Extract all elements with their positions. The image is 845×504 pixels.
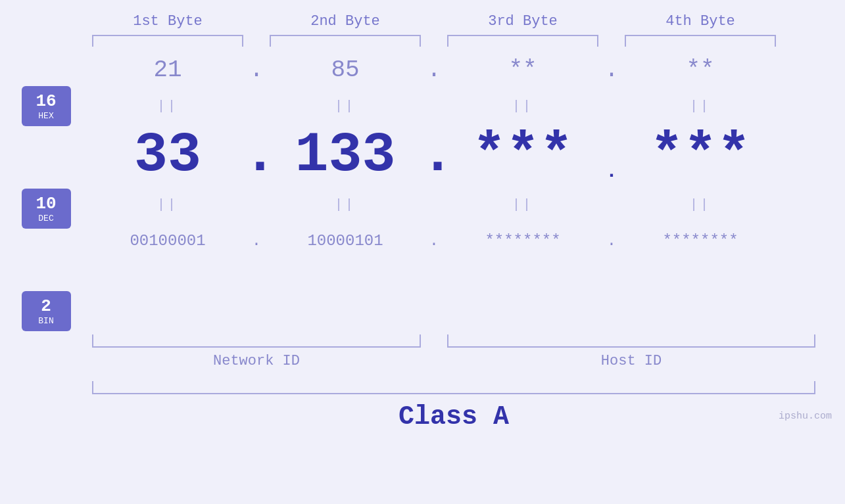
network-id-label: Network ID — [92, 353, 421, 369]
dec-val-2: 133 — [270, 124, 421, 187]
dec-row: 33 . 133 . *** . *** — [92, 119, 815, 191]
right-data: 21 . 85 . ** . ** || || || || 33 — [92, 47, 815, 331]
watermark: ipshu.com — [779, 411, 832, 422]
sep-5: || — [92, 197, 243, 212]
dec-val-3: *** — [447, 124, 598, 187]
hex-val-4: ** — [625, 57, 776, 83]
hex-val-1: 21 — [92, 57, 243, 83]
sep-8: || — [625, 197, 776, 212]
bin-val-4: ******** — [625, 232, 776, 250]
byte-header-1: 1st Byte — [92, 13, 243, 30]
sep-row-2: || || || || — [92, 191, 815, 218]
dec-val-4: *** — [625, 124, 776, 187]
bin-dot-3: . — [598, 232, 625, 250]
bottom-brackets — [92, 334, 815, 348]
sep-6: || — [270, 197, 421, 212]
bin-val-1: 00100001 — [92, 232, 243, 250]
hex-dot-3: . — [598, 57, 625, 83]
bin-dot-2: . — [421, 232, 447, 250]
bracket-3 — [447, 35, 598, 47]
dec-dot-1: . — [243, 124, 270, 187]
bin-val-3: ******** — [447, 232, 598, 250]
bracket-2 — [270, 35, 421, 47]
bracket-1 — [92, 35, 243, 47]
sep-row-1: || || || || — [92, 93, 815, 119]
hex-val-2: 85 — [270, 57, 421, 83]
hex-val-3: ** — [447, 57, 598, 83]
class-bracket — [92, 381, 815, 394]
dec-dot-2: . — [421, 124, 447, 187]
class-label-container: Class A — [92, 402, 815, 432]
byte-header-3: 3rd Byte — [447, 13, 598, 30]
sep-3: || — [447, 99, 598, 114]
bin-dot-1: . — [243, 232, 270, 250]
id-labels: Network ID Host ID — [92, 353, 815, 369]
byte-header-4: 4th Byte — [625, 13, 776, 30]
big-bottom-bracket — [92, 381, 815, 394]
hex-dot-1: . — [243, 57, 270, 83]
top-brackets — [92, 35, 815, 47]
class-label: Class A — [398, 402, 509, 432]
bracket-4 — [625, 35, 776, 47]
host-id-label: Host ID — [447, 353, 815, 369]
byte-header-2: 2nd Byte — [270, 13, 421, 30]
dec-val-1: 33 — [92, 124, 243, 187]
hex-row: 21 . 85 . ** . ** — [92, 47, 815, 93]
rows-area: 16 HEX 10 DEC 2 BIN 21 . 85 . ** . ** — [0, 47, 845, 331]
bin-badge: 2 BIN — [22, 291, 71, 331]
sep-4: || — [625, 99, 776, 114]
host-bracket — [447, 334, 815, 348]
sep-2: || — [270, 99, 421, 114]
bin-row: 00100001 . 10000101 . ******** . *******… — [92, 218, 815, 263]
hex-badge: 16 HEX — [22, 86, 71, 126]
dec-badge: 10 DEC — [22, 189, 71, 229]
hex-dot-2: . — [421, 57, 447, 83]
bin-val-2: 10000101 — [270, 232, 421, 250]
dec-dot-3: . — [598, 127, 625, 183]
byte-headers: 1st Byte 2nd Byte 3rd Byte 4th Byte — [92, 0, 815, 30]
sep-1: || — [92, 99, 243, 114]
network-bracket — [92, 334, 421, 348]
main-layout: 1st Byte 2nd Byte 3rd Byte 4th Byte 16 H… — [0, 0, 845, 432]
sep-7: || — [447, 197, 598, 212]
left-badges: 16 HEX 10 DEC 2 BIN — [0, 47, 92, 331]
